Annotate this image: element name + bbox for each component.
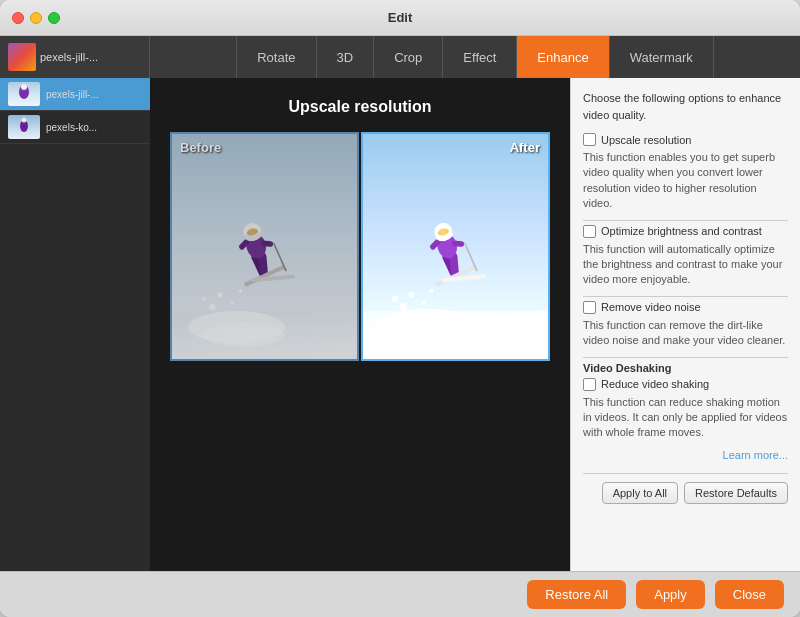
option-desc-upscale: This function enables you to get superb … bbox=[583, 150, 788, 212]
svg-point-25 bbox=[209, 304, 215, 310]
checkbox-brightness[interactable] bbox=[583, 225, 596, 238]
thumb-image bbox=[8, 43, 36, 71]
svg-point-45 bbox=[408, 292, 414, 298]
before-panel: Before bbox=[170, 132, 359, 361]
svg-point-24 bbox=[231, 301, 234, 304]
close-button-bottom[interactable]: Close bbox=[715, 580, 784, 609]
sidebar-item-0[interactable]: pexels-jill-... bbox=[0, 78, 150, 111]
bottom-bar: Restore All Apply Close bbox=[0, 571, 800, 617]
after-panel: After bbox=[361, 132, 550, 361]
svg-point-49 bbox=[392, 296, 398, 302]
tab-3d[interactable]: 3D bbox=[317, 36, 375, 78]
option-row-deshaking: Reduce video shaking bbox=[583, 378, 788, 391]
sidebar-thumb-svg-1 bbox=[8, 115, 40, 139]
content-area: Upscale resolution Before bbox=[150, 78, 570, 571]
learn-more-link[interactable]: Learn more... bbox=[583, 449, 788, 461]
option-row-brightness: Optimize brightness and contrast bbox=[583, 225, 788, 238]
tab-rotate[interactable]: Rotate bbox=[236, 36, 316, 78]
checkbox-noise[interactable] bbox=[583, 301, 596, 314]
tab-bar: pexels-jill-... Rotate 3D Crop Effect En… bbox=[0, 36, 800, 78]
preview-container: Before bbox=[170, 132, 550, 361]
svg-point-50 bbox=[414, 311, 417, 314]
svg-point-27 bbox=[202, 296, 207, 301]
right-panel: Choose the following options to enhance … bbox=[570, 78, 800, 571]
active-file-label: pexels-jill-... bbox=[40, 51, 98, 63]
right-panel-buttons: Apply to All Restore Defaults bbox=[583, 473, 788, 504]
window-title: Edit bbox=[388, 10, 413, 25]
option-label-brightness: Optimize brightness and contrast bbox=[601, 225, 762, 237]
tab-enhance[interactable]: Enhance bbox=[517, 36, 609, 78]
svg-point-51 bbox=[397, 315, 402, 320]
option-desc-deshaking: This function can reduce shaking motion … bbox=[583, 395, 788, 441]
traffic-lights bbox=[12, 12, 60, 24]
svg-point-47 bbox=[400, 303, 407, 310]
option-label-noise: Remove video noise bbox=[601, 301, 701, 313]
svg-point-48 bbox=[429, 289, 433, 293]
after-label: After bbox=[510, 140, 540, 155]
checkbox-deshaking[interactable] bbox=[583, 378, 596, 391]
title-bar: Edit bbox=[0, 0, 800, 36]
restore-defaults-button[interactable]: Restore Defaults bbox=[684, 482, 788, 504]
sidebar: pexels-jill-... bbox=[0, 78, 150, 571]
divider-3 bbox=[583, 357, 788, 358]
before-image bbox=[172, 134, 357, 359]
tab-watermark[interactable]: Watermark bbox=[610, 36, 714, 78]
before-label: Before bbox=[180, 140, 221, 155]
svg-point-10 bbox=[204, 323, 284, 347]
sidebar-thumb-1 bbox=[8, 115, 40, 139]
tab-bar-left: pexels-jill-... bbox=[0, 36, 150, 78]
minimize-button[interactable] bbox=[30, 12, 42, 24]
restore-all-button[interactable]: Restore All bbox=[527, 580, 626, 609]
preview-title: Upscale resolution bbox=[288, 98, 431, 116]
option-desc-noise: This function can remove the dirt-like v… bbox=[583, 318, 788, 349]
close-button[interactable] bbox=[12, 12, 24, 24]
svg-point-26 bbox=[239, 289, 242, 292]
apply-to-all-button[interactable]: Apply to All bbox=[602, 482, 678, 504]
option-label-deshaking: Reduce video shaking bbox=[601, 378, 709, 390]
divider-1 bbox=[583, 220, 788, 221]
main-area: pexels-jill-... bbox=[0, 78, 800, 571]
svg-point-23 bbox=[218, 292, 223, 297]
sidebar-thumb-svg-0 bbox=[8, 82, 40, 106]
after-image bbox=[363, 134, 548, 359]
option-row-noise: Remove video noise bbox=[583, 301, 788, 314]
svg-rect-39 bbox=[452, 240, 465, 247]
option-row-upscale: Upscale resolution bbox=[583, 133, 788, 146]
divider-2 bbox=[583, 296, 788, 297]
sidebar-label-0: pexels-jill-... bbox=[46, 89, 99, 100]
section-deshaking: Video Deshaking bbox=[583, 362, 788, 374]
maximize-button[interactable] bbox=[48, 12, 60, 24]
svg-point-2 bbox=[21, 84, 27, 90]
svg-point-5 bbox=[22, 118, 27, 123]
tab-effect[interactable]: Effect bbox=[443, 36, 517, 78]
active-file-thumb bbox=[8, 43, 36, 71]
apply-button[interactable]: Apply bbox=[636, 580, 705, 609]
svg-point-32 bbox=[391, 324, 479, 350]
checkbox-upscale[interactable] bbox=[583, 133, 596, 146]
sidebar-label-1: pexels-ko... bbox=[46, 122, 97, 133]
sidebar-thumb-0 bbox=[8, 82, 40, 106]
main-window: Edit pexels-jill-... Rotate 3D Crop Effe… bbox=[0, 0, 800, 617]
tab-items: Rotate 3D Crop Effect Enhance Watermark bbox=[150, 36, 800, 78]
panel-intro: Choose the following options to enhance … bbox=[583, 90, 788, 123]
tab-crop[interactable]: Crop bbox=[374, 36, 443, 78]
svg-rect-17 bbox=[261, 240, 274, 247]
sidebar-item-1[interactable]: pexels-ko... bbox=[0, 111, 150, 144]
option-label-upscale: Upscale resolution bbox=[601, 134, 692, 146]
option-desc-brightness: This function will automatically optimiz… bbox=[583, 242, 788, 288]
svg-point-46 bbox=[421, 301, 425, 305]
